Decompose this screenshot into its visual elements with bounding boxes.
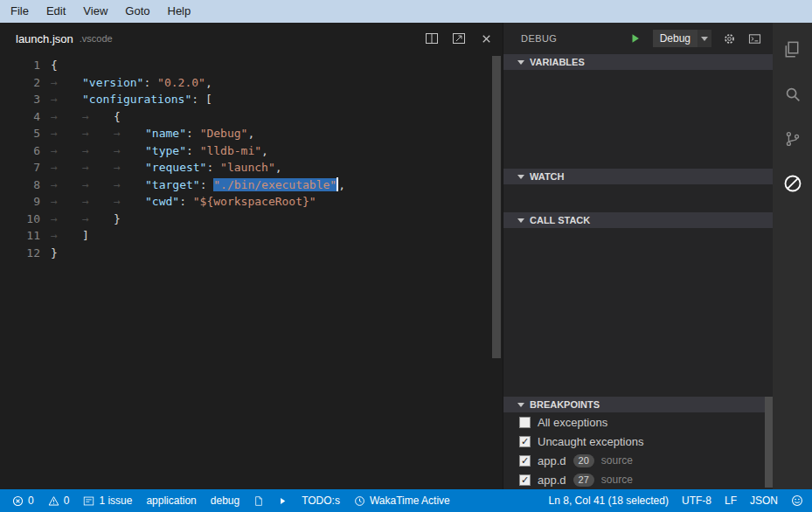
breakpoint-item[interactable]: ✓Uncaught exceptions [503, 432, 773, 451]
sidebar-scrollbar[interactable] [765, 23, 773, 489]
clock-icon [354, 495, 365, 507]
code-editor[interactable]: 1{2→"version": "0.2.0",3→"configurations… [0, 54, 490, 489]
breakpoint-checkbox[interactable]: ✓ [519, 455, 531, 467]
status-item-label: TODO:s [302, 495, 340, 507]
search-icon [783, 85, 802, 104]
menu-item-goto[interactable]: Goto [116, 0, 158, 23]
menu-item-edit[interactable]: Edit [38, 0, 74, 23]
breakpoint-checkbox[interactable]: ✓ [519, 436, 531, 447]
code-line[interactable]: 5→→→"name": "Debug", [0, 125, 490, 142]
code-token: : [186, 144, 200, 157]
activity-item-search[interactable] [773, 72, 812, 116]
line-number[interactable]: 7 [0, 159, 40, 176]
breakpoint-checkbox[interactable]: ✓ [519, 474, 531, 486]
tab-whitespace-arrow: → [51, 227, 82, 245]
breakpoint-checkbox[interactable] [519, 417, 531, 428]
activity-item-files[interactable] [773, 27, 812, 72]
status-item-smiley-icon[interactable] [791, 495, 803, 507]
status-item-json[interactable]: JSON [750, 495, 778, 507]
code-token: "launch" [220, 161, 275, 174]
section-header-call-stack[interactable]: CALL STACK [503, 212, 773, 228]
tab-whitespace-arrow: → [82, 125, 114, 142]
line-number[interactable]: 3 [0, 91, 40, 108]
sidebar-scrollbar-thumb[interactable] [765, 397, 773, 488]
status-item-application[interactable]: application [146, 495, 196, 507]
split-editor-icon[interactable] [424, 31, 440, 46]
line-number[interactable]: 1 [0, 57, 40, 74]
line-number[interactable]: 8 [0, 176, 40, 194]
chevron-expanded-icon [517, 403, 524, 407]
tab-whitespace-arrow: → [51, 125, 82, 142]
code-token: "Debug" [200, 127, 248, 140]
code-token: , [338, 178, 345, 191]
code-line[interactable]: 1{ [0, 57, 490, 74]
activity-item-source-control[interactable] [773, 116, 812, 161]
status-item-0[interactable]: 0 [48, 495, 70, 507]
line-text: →→→"request": "launch", [40, 159, 282, 176]
code-line[interactable]: 8→→→"target": "./bin/executable", [0, 176, 490, 194]
line-number-badge: 20 [573, 454, 594, 467]
status-item-todo-s[interactable]: TODO:s [302, 495, 340, 507]
debug-panel-title: DEBUG [521, 33, 557, 44]
debug-console-button[interactable] [746, 31, 762, 46]
main-area: launch.json .vscode 1{2→"version": "0.2.… [0, 23, 812, 489]
close-icon[interactable] [478, 31, 494, 46]
menu-item-file[interactable]: File [2, 0, 38, 23]
status-item-label: application [146, 495, 196, 507]
code-line[interactable]: 3→"configurations": [ [0, 91, 490, 108]
status-item-lf[interactable]: LF [725, 495, 737, 507]
tab-whitespace-arrow: → [82, 142, 114, 160]
activity-bar [773, 23, 812, 489]
configure-launch-button[interactable] [721, 31, 737, 46]
code-line[interactable]: 6→→→"type": "lldb-mi", [0, 142, 490, 160]
section-header-variables[interactable]: VARIABLES [503, 54, 773, 70]
open-preview-icon[interactable] [451, 31, 467, 46]
editor-scrollbar[interactable] [492, 54, 501, 489]
status-item-utf-8[interactable]: UTF-8 [682, 495, 711, 507]
section-header-watch[interactable]: WATCH [503, 169, 773, 184]
code-line[interactable]: 11→] [0, 227, 490, 245]
status-item-1-issue[interactable]: 1 issue [83, 495, 132, 507]
status-item-play-small-icon[interactable] [278, 496, 288, 506]
line-number[interactable]: 4 [0, 108, 40, 126]
code-token: ] [82, 229, 89, 242]
code-line[interactable]: 2→"version": "0.2.0", [0, 74, 490, 92]
breakpoint-item[interactable]: All exceptions [503, 412, 773, 432]
line-number[interactable]: 2 [0, 74, 40, 92]
chevron-expanded-icon [517, 218, 524, 223]
line-number[interactable]: 12 [0, 245, 40, 262]
section-title: WATCH [530, 171, 565, 182]
section-header-breakpoints[interactable]: BREAKPOINTS [503, 397, 773, 412]
tab-whitespace-arrow: → [51, 211, 82, 228]
code-token: "configurations" [82, 93, 191, 106]
debug-config-dropdown[interactable]: Debug [653, 30, 711, 47]
status-item-debug[interactable]: debug [211, 495, 239, 507]
activity-item-debug[interactable] [773, 161, 812, 205]
code-line[interactable]: 9→→→"cwd": "${workspaceRoot}" [0, 193, 490, 211]
line-number[interactable]: 10 [0, 211, 40, 228]
tab-whitespace-arrow: → [51, 193, 82, 211]
code-line[interactable]: 4→→{ [0, 108, 490, 126]
menu-bar: FileEditViewGotoHelp [0, 0, 812, 23]
menu-item-help[interactable]: Help [159, 0, 200, 23]
code-line[interactable]: 7→→→"request": "launch", [0, 159, 490, 176]
line-number[interactable]: 5 [0, 125, 40, 142]
tab-whitespace-arrow: → [82, 193, 114, 211]
status-item-ln-8-col-41-18-selected[interactable]: Ln 8, Col 41 (18 selected) [549, 495, 669, 507]
line-number[interactable]: 6 [0, 142, 40, 160]
code-token: { [51, 59, 58, 72]
status-item-file-icon[interactable] [253, 495, 264, 507]
breakpoint-item[interactable]: ✓app.d27source [503, 470, 773, 489]
editor-scrollbar-thumb[interactable] [492, 56, 501, 358]
menu-item-view[interactable]: View [74, 0, 116, 23]
line-number[interactable]: 9 [0, 193, 40, 211]
status-item-0[interactable]: 0 [12, 495, 34, 507]
start-debug-button[interactable] [628, 31, 643, 46]
code-line[interactable]: 10→→} [0, 211, 490, 228]
status-item-wakatime-active[interactable]: WakaTime Active [354, 495, 450, 507]
section-title: CALL STACK [530, 215, 590, 225]
line-number[interactable]: 11 [0, 227, 40, 245]
code-line[interactable]: 12} [0, 245, 490, 262]
tab-launch-json[interactable]: launch.json .vscode [0, 23, 125, 54]
breakpoint-item[interactable]: ✓app.d20source [503, 451, 773, 470]
